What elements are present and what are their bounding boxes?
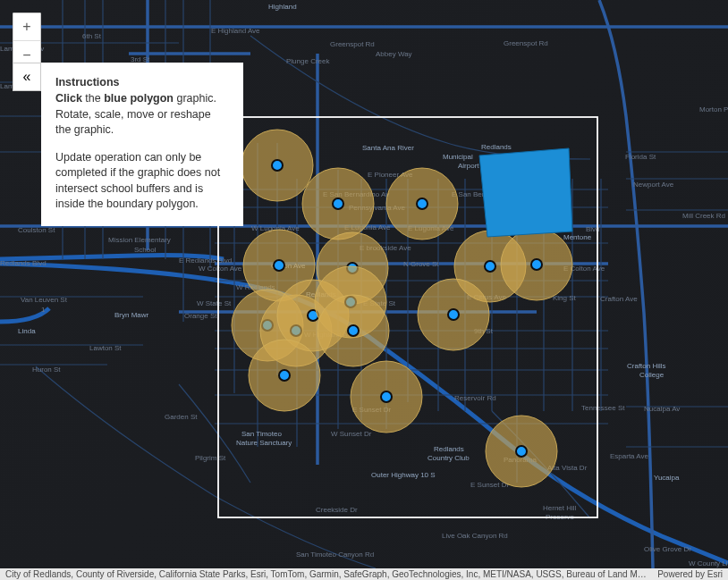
school-point-icon [417,198,427,209]
school-point-icon [348,325,359,336]
panel-line-2: Rotate, scale, move or reshape the graph… [55,107,229,139]
blue-polygon[interactable] [479,148,572,237]
instructions-panel: Instructions Click the blue polygon grap… [41,63,243,226]
panel-line-1: Click the blue polygon graphic. [55,91,229,106]
attribution-powered-by[interactable]: Powered by Esri [657,569,723,579]
attribution-credits: City of Redlands, County of Riverside, C… [5,569,650,579]
school-point-icon [279,370,290,381]
school-point-icon [333,198,343,209]
zoom-controls: + − [13,13,41,70]
map-container: HighlandE Highland Ave3rd StPlunge Creek… [0,0,728,580]
chevron-left-double-icon: « [23,69,31,85]
school-point-icon [448,309,459,320]
school-point-icon [272,160,283,171]
panel-text: the [82,92,104,105]
zoom-in-button[interactable]: + [13,13,40,41]
school-point-icon [274,260,284,271]
school-point-icon [485,261,495,272]
school-point-icon [531,259,542,270]
school-point-icon [516,446,527,457]
panel-blue-polygon-word: blue polygon [104,92,174,105]
panel-heading: Instructions [55,75,229,90]
panel-text: graphic. [174,92,216,105]
panel-click-word: Click [55,92,82,105]
school-point-icon [381,391,392,402]
panel-line-3: Update operation can only be completed i… [55,150,229,212]
attribution-bar: City of Redlands, County of Riverside, C… [0,568,728,580]
panel-collapse-button[interactable]: « [13,63,41,91]
